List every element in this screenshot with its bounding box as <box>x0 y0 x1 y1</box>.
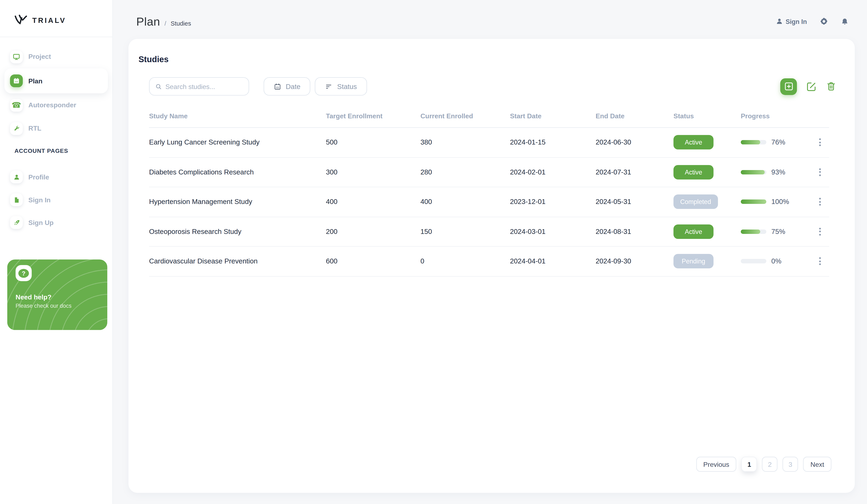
sidebar-item-signin[interactable]: Sign In <box>4 188 108 211</box>
progress-bar <box>741 140 766 144</box>
phone-icon: ☎ <box>10 99 23 111</box>
trash-icon <box>826 81 836 92</box>
column-header-end: End Date <box>596 112 673 120</box>
progress-cell: 93% <box>741 168 810 176</box>
studies-card: Studies Date <box>128 39 855 493</box>
sidebar-item-plan[interactable]: Plan <box>4 68 108 94</box>
row-menu-kebab-icon[interactable] <box>819 228 821 235</box>
cell-current-enrolled: 400 <box>420 198 510 206</box>
status-filter-label: Status <box>337 83 357 90</box>
breadcrumb-separator: / <box>164 20 166 26</box>
progress-cell: 76% <box>741 139 810 146</box>
table-row[interactable]: Cardiovascular Disease Prevention 600 0 … <box>149 246 829 276</box>
delete-study-button[interactable] <box>826 81 836 92</box>
cell-current-enrolled: 280 <box>420 168 510 176</box>
cell-study-name: Cardiovascular Disease Prevention <box>149 258 326 265</box>
cell-study-name: Osteoporosis Research Study <box>149 228 326 235</box>
table-row[interactable]: Early Lung Cancer Screening Study 500 38… <box>149 128 829 157</box>
column-header-current: Current Enrolled <box>420 112 510 120</box>
row-menu-kebab-icon[interactable] <box>819 258 821 265</box>
cell-start-date: 2024-01-15 <box>510 139 596 146</box>
progress-fill <box>741 170 764 174</box>
calendar-icon <box>10 75 23 87</box>
plus-square-icon <box>783 81 794 92</box>
sidebar-item-signup[interactable]: Sign Up <box>4 211 108 234</box>
account-pages-section-label: ACCOUNT PAGES <box>14 147 112 154</box>
previous-page-button[interactable]: Previous <box>696 457 737 472</box>
sidebar: TRIALV Project <box>0 0 113 504</box>
table-body: Early Lung Cancer Screening Study 500 38… <box>149 128 829 276</box>
help-question-icon: ? <box>15 265 32 281</box>
cell-end-date: 2024-09-30 <box>596 258 673 265</box>
topbar-actions: Sign In <box>775 17 849 25</box>
cell-target-enrollment: 500 <box>326 139 420 146</box>
sidebar-item-autoresponder[interactable]: ☎ Autoresponder <box>4 94 108 117</box>
pagination: Previous 1 2 3 Next <box>696 457 832 472</box>
help-subtitle: Please check our docs <box>15 303 99 309</box>
column-header-status: Status <box>673 112 741 120</box>
help-card[interactable]: ? Need help? Please check our docs <box>7 260 107 330</box>
signin-button[interactable]: Sign In <box>775 18 807 25</box>
sidebar-item-project[interactable]: Project <box>4 45 108 68</box>
card-title: Studies <box>138 54 855 64</box>
progress-bar <box>741 200 766 204</box>
table-row[interactable]: Diabetes Complications Research 300 280 … <box>149 157 829 187</box>
settings-gear-icon[interactable] <box>820 17 828 25</box>
person-icon <box>775 18 783 25</box>
sidebar-item-profile[interactable]: Profile <box>4 165 108 188</box>
status-badge: Pending <box>673 254 714 269</box>
page-button-3[interactable]: 3 <box>783 457 798 472</box>
row-menu-kebab-icon[interactable] <box>819 139 821 146</box>
document-icon <box>10 193 23 206</box>
progress-fill <box>741 140 760 144</box>
edit-study-button[interactable] <box>806 81 817 92</box>
cell-target-enrollment: 600 <box>326 258 420 265</box>
sidebar-item-label: Sign In <box>28 196 51 204</box>
cell-end-date: 2024-08-31 <box>596 228 673 235</box>
next-page-button[interactable]: Next <box>803 457 832 472</box>
signin-label: Sign In <box>785 18 807 25</box>
status-filter-button[interactable]: Status <box>315 77 367 96</box>
progress-cell: 75% <box>741 228 810 235</box>
add-study-button[interactable] <box>780 78 797 95</box>
search-icon <box>155 83 162 90</box>
sidebar-item-label: Profile <box>28 173 49 181</box>
progress-bar <box>741 229 766 234</box>
cell-end-date: 2024-06-30 <box>596 139 673 146</box>
date-filter-button[interactable]: Date <box>264 77 310 96</box>
progress-cell: 100% <box>741 198 810 206</box>
cell-start-date: 2023-12-01 <box>510 198 596 206</box>
progress-bar <box>741 170 766 174</box>
wrench-icon <box>10 122 23 135</box>
page-button-2[interactable]: 2 <box>762 457 778 472</box>
table-actions <box>780 78 836 95</box>
progress-label: 0% <box>771 258 781 265</box>
cell-end-date: 2024-05-31 <box>596 198 673 206</box>
cell-study-name: Diabetes Complications Research <box>149 168 326 176</box>
search-input[interactable] <box>165 83 243 90</box>
cell-start-date: 2024-04-01 <box>510 258 596 265</box>
brand-logo: TRIALV <box>0 0 113 36</box>
cell-current-enrolled: 0 <box>420 258 510 265</box>
monitor-icon <box>10 50 23 63</box>
studies-table: Study Name Target Enrollment Current Enr… <box>149 105 829 276</box>
app: TRIALV Project <box>0 0 867 504</box>
status-badge: Completed <box>673 195 718 209</box>
row-menu-kebab-icon[interactable] <box>819 198 821 206</box>
page-button-1[interactable]: 1 <box>741 457 757 472</box>
date-filter-label: Date <box>286 83 300 90</box>
column-header-start: Start Date <box>510 112 596 120</box>
notifications-bell-icon[interactable] <box>841 18 848 25</box>
cell-start-date: 2024-03-01 <box>510 228 596 235</box>
sidebar-item-rtl[interactable]: RTL <box>4 117 108 140</box>
calendar-icon <box>274 83 281 90</box>
row-menu-kebab-icon[interactable] <box>819 168 821 176</box>
sidebar-item-label: Sign Up <box>28 219 53 227</box>
table-row[interactable]: Hypertension Management Study 400 400 20… <box>149 187 829 217</box>
progress-bar <box>741 259 766 263</box>
sidebar-item-label: Plan <box>28 77 42 85</box>
table-row[interactable]: Osteoporosis Research Study 200 150 2024… <box>149 217 829 247</box>
progress-label: 100% <box>771 198 789 206</box>
topbar: Plan / Studies Sign In <box>113 0 867 31</box>
filters-row: Date Status <box>149 77 836 96</box>
